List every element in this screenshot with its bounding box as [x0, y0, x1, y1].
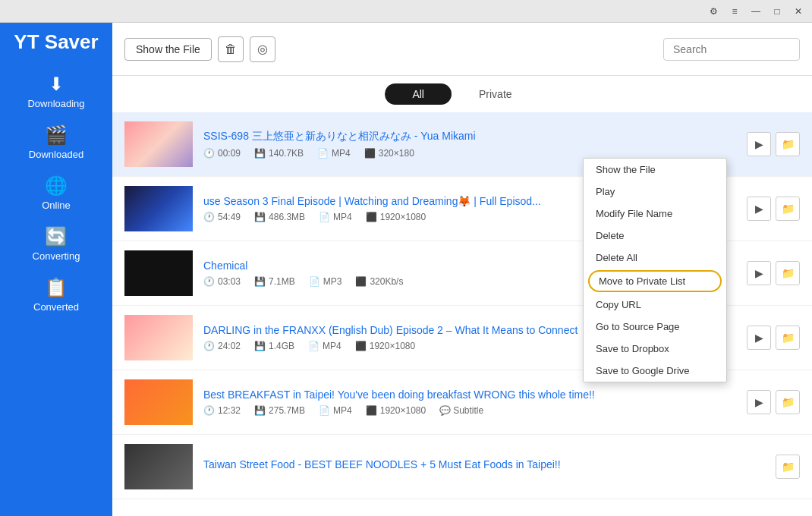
settings-icon[interactable]: ◎: [250, 36, 275, 62]
video-format-3: 📄 MP4: [308, 341, 341, 351]
context-menu-item-9[interactable]: Save to Google Drive: [584, 360, 726, 382]
video-meta-0: 🕐 00:09 💾 140.7KB 📄 MP4 ⬛ 320×180: [203, 148, 739, 159]
context-menu: Show the FilePlayModify File NameDeleteD…: [583, 158, 727, 382]
sidebar-item-converted[interactable]: 📋 Converted: [0, 269, 112, 320]
close-button[interactable]: ✕: [788, 1, 809, 22]
play-button-1[interactable]: ▶: [747, 197, 771, 221]
play-button-4[interactable]: ▶: [747, 390, 771, 414]
show-file-button[interactable]: Show the File: [124, 38, 212, 61]
delete-button[interactable]: 🗑: [218, 36, 244, 62]
search-input[interactable]: [663, 38, 800, 61]
folder-button-3[interactable]: 📁: [776, 326, 800, 350]
folder-button-0[interactable]: 📁: [776, 132, 800, 156]
clock-icon-1: 🕐: [203, 212, 215, 222]
context-menu-item-2[interactable]: Modify File Name: [584, 203, 726, 225]
tab-private[interactable]: Private: [452, 83, 540, 105]
folder-button-2[interactable]: 📁: [776, 261, 800, 285]
clock-icon-0: 🕐: [203, 148, 215, 159]
online-icon: 🌐: [45, 175, 68, 197]
folder-button-5[interactable]: 📁: [776, 455, 800, 479]
video-size-1: 💾 486.3MB: [254, 212, 305, 222]
sidebar-label-online: Online: [42, 200, 71, 211]
minimize-button[interactable]: —: [745, 1, 766, 22]
video-meta-4: 🕐 12:32 💾 275.7MB 📄 MP4 ⬛ 1920×1080 💬 Su…: [203, 405, 739, 416]
download-icon: ⬇: [49, 74, 64, 95]
video-title-2: Chemical: [203, 260, 644, 272]
video-thumb-0: [124, 121, 193, 167]
format-icon-1: 📄: [319, 212, 330, 222]
sidebar-item-online[interactable]: 🌐 Online: [0, 168, 112, 219]
folder-button-1[interactable]: 📁: [776, 197, 800, 221]
subtitle-badge-4: 💬 Subtitle: [439, 405, 483, 416]
context-menu-item-5[interactable]: Move to Private List: [588, 270, 722, 292]
size-icon-4: 💾: [254, 405, 266, 416]
context-menu-item-7[interactable]: Go to Source Page: [584, 316, 726, 338]
video-actions-1: ▶ 📁: [747, 197, 800, 221]
video-format-4: 📄 MP4: [319, 405, 352, 416]
video-title-4: Best BREAKFAST in Taipei! You've been do…: [203, 389, 644, 401]
video-info-4: Best BREAKFAST in Taipei! You've been do…: [203, 389, 739, 416]
main-content: Show the File 🗑 ◎ All Private SSIS-698 三…: [112, 23, 812, 516]
context-menu-item-1[interactable]: Play: [584, 181, 726, 203]
video-info-0: SSIS-698 三上悠亜と新ありなと相沢みなみ - Yua Mikami 🕐 …: [203, 130, 739, 159]
video-title-5: Taiwan Street Food - BEST BEEF NOODLES +…: [203, 458, 644, 470]
res-icon-3: ⬛: [355, 341, 367, 351]
play-button-3[interactable]: ▶: [747, 326, 771, 350]
converted-icon: 📋: [45, 277, 68, 298]
sidebar-item-converting[interactable]: 🔄 Converting: [0, 219, 112, 269]
sidebar-label-converted: Converted: [33, 301, 79, 313]
clock-icon-2: 🕐: [203, 276, 215, 287]
video-duration-2: 🕐 03:03: [203, 276, 241, 287]
clock-icon-3: 🕐: [203, 341, 215, 351]
sidebar-label-downloaded: Downloaded: [29, 149, 83, 160]
video-format-2: 📄 MP3: [309, 276, 342, 287]
sidebar-item-downloaded[interactable]: 🎬 Downloaded: [0, 117, 112, 168]
context-menu-item-3[interactable]: Delete: [584, 225, 726, 247]
size-icon-2: 💾: [254, 276, 266, 287]
video-thumb-3: [124, 315, 193, 360]
restore-button[interactable]: □: [766, 1, 788, 22]
context-menu-item-6[interactable]: Copy URL: [584, 294, 726, 316]
video-size-0: 💾 140.7KB: [254, 148, 304, 159]
format-icon-4: 📄: [319, 405, 330, 416]
video-title-0: SSIS-698 三上悠亜と新ありなと相沢みなみ - Yua Mikami: [203, 130, 644, 143]
settings-titlebar-button[interactable]: ⚙: [703, 1, 724, 22]
sidebar-item-downloading[interactable]: ⬇ Downloading: [0, 66, 112, 117]
video-thumb-1: [124, 186, 193, 231]
sidebar-label-downloading: Downloading: [27, 98, 84, 109]
sidebar: YT Saver ⬇ Downloading 🎬 Downloaded 🌐 On…: [0, 23, 112, 516]
video-resolution-2: ⬛ 320Kb/s: [355, 276, 403, 287]
context-menu-item-0[interactable]: Show the File: [584, 159, 726, 181]
play-button-0[interactable]: ▶: [747, 132, 771, 156]
video-resolution-3: ⬛ 1920×1080: [355, 341, 415, 351]
play-button-2[interactable]: ▶: [747, 261, 771, 285]
video-actions-4: ▶ 📁: [747, 390, 800, 414]
subtitle-icon-4: 💬: [439, 405, 451, 416]
app-title: YT Saver: [14, 30, 98, 54]
video-size-2: 💾 7.1MB: [254, 276, 295, 287]
video-format-0: 📄 MP4: [317, 148, 351, 159]
video-list: SSIS-698 三上悠亜と新ありなと相沢みなみ - Yua Mikami 🕐 …: [112, 112, 812, 516]
res-icon-4: ⬛: [366, 405, 377, 416]
video-title-1: use Season 3 Final Episode | Watching an…: [203, 195, 644, 207]
format-icon-0: 📄: [317, 148, 329, 159]
context-menu-item-4[interactable]: Delete All: [584, 247, 726, 269]
video-thumb-5: [124, 444, 193, 489]
video-item-5: Taiwan Street Food - BEST BEEF NOODLES +…: [112, 435, 812, 499]
video-title-3: DARLING in the FRANXX (English Dub) Epis…: [203, 324, 644, 336]
size-icon-0: 💾: [254, 148, 266, 159]
res-icon-2: ⬛: [355, 276, 367, 287]
video-info-5: Taiwan Street Food - BEST BEEF NOODLES +…: [203, 458, 768, 475]
folder-button-4[interactable]: 📁: [776, 390, 800, 414]
app-container: YT Saver ⬇ Downloading 🎬 Downloaded 🌐 On…: [0, 23, 812, 516]
tab-all[interactable]: All: [385, 83, 452, 105]
clock-icon-4: 🕐: [203, 405, 215, 416]
menu-titlebar-button[interactable]: ≡: [724, 1, 745, 22]
tab-bar: All Private: [112, 76, 812, 112]
video-size-3: 💾 1.4GB: [254, 341, 294, 351]
video-duration-4: 🕐 12:32: [203, 405, 241, 416]
context-menu-item-8[interactable]: Save to Dropbox: [584, 338, 726, 360]
size-icon-1: 💾: [254, 212, 266, 222]
video-duration-1: 🕐 54:49: [203, 212, 241, 222]
video-actions-0: ▶ 📁: [747, 132, 800, 156]
